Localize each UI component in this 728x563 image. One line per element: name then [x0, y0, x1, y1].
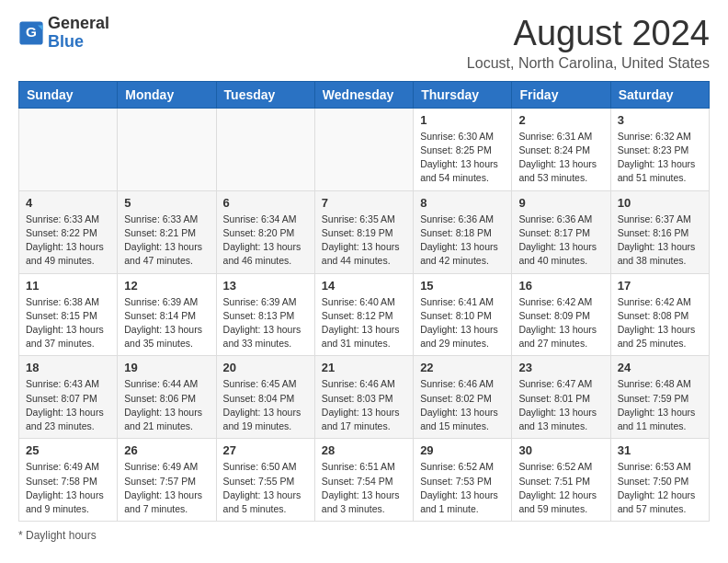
calendar-cell: [118, 108, 216, 190]
day-info: Sunrise: 6:33 AM Sunset: 8:22 PM Dayligh…: [26, 213, 110, 269]
day-info: Sunrise: 6:47 AM Sunset: 8:01 PM Dayligh…: [518, 377, 603, 433]
day-info: Sunrise: 6:37 AM Sunset: 8:16 PM Dayligh…: [618, 213, 702, 269]
calendar-cell: [314, 108, 413, 190]
day-info: Sunrise: 6:49 AM Sunset: 7:58 PM Dayligh…: [26, 460, 110, 516]
weekday-header-sunday: Sunday: [19, 81, 118, 108]
calendar-cell: 7Sunrise: 6:35 AM Sunset: 8:19 PM Daylig…: [314, 190, 413, 273]
logo: G General Blue: [18, 15, 109, 52]
calendar-cell: 10Sunrise: 6:37 AM Sunset: 8:16 PM Dayli…: [610, 190, 709, 273]
day-info: Sunrise: 6:52 AM Sunset: 7:53 PM Dayligh…: [420, 460, 505, 516]
svg-text:G: G: [26, 24, 37, 40]
day-number: 16: [518, 279, 603, 293]
day-info: Sunrise: 6:51 AM Sunset: 7:54 PM Dayligh…: [322, 460, 406, 516]
calendar-cell: 20Sunrise: 6:45 AM Sunset: 8:04 PM Dayli…: [216, 356, 314, 439]
footer-note: * Daylight hours: [18, 529, 710, 542]
calendar-cell: 25Sunrise: 6:49 AM Sunset: 7:58 PM Dayli…: [19, 439, 118, 522]
calendar-cell: [19, 108, 118, 190]
day-number: 25: [26, 443, 110, 457]
day-info: Sunrise: 6:41 AM Sunset: 8:10 PM Dayligh…: [420, 295, 505, 351]
day-info: Sunrise: 6:42 AM Sunset: 8:08 PM Dayligh…: [618, 295, 702, 351]
calendar-cell: 9Sunrise: 6:36 AM Sunset: 8:17 PM Daylig…: [512, 190, 610, 273]
day-number: 27: [223, 443, 308, 457]
day-number: 29: [420, 443, 505, 457]
header: G General Blue August 2024 Locust, North…: [18, 15, 710, 72]
day-number: 30: [518, 443, 603, 457]
day-number: 8: [420, 196, 505, 210]
day-number: 31: [618, 443, 702, 457]
calendar-week-row: 1Sunrise: 6:30 AM Sunset: 8:25 PM Daylig…: [19, 108, 710, 190]
calendar-table: SundayMondayTuesdayWednesdayThursdayFrid…: [18, 81, 710, 522]
calendar-cell: 19Sunrise: 6:44 AM Sunset: 8:06 PM Dayli…: [118, 356, 216, 439]
day-number: 21: [322, 361, 406, 374]
day-number: 13: [223, 279, 308, 293]
calendar-cell: 27Sunrise: 6:50 AM Sunset: 7:55 PM Dayli…: [216, 439, 314, 522]
calendar-cell: 6Sunrise: 6:34 AM Sunset: 8:20 PM Daylig…: [216, 190, 314, 273]
calendar-cell: 13Sunrise: 6:39 AM Sunset: 8:13 PM Dayli…: [216, 273, 314, 356]
day-number: 10: [618, 196, 702, 210]
logo-icon: G: [18, 20, 44, 46]
calendar-cell: 28Sunrise: 6:51 AM Sunset: 7:54 PM Dayli…: [314, 439, 413, 522]
calendar-cell: [216, 108, 314, 190]
calendar-cell: 23Sunrise: 6:47 AM Sunset: 8:01 PM Dayli…: [512, 356, 610, 439]
daylight-label: Daylight hours: [26, 529, 97, 542]
logo-general-text: General: [48, 14, 109, 32]
day-number: 1: [420, 113, 505, 127]
day-number: 18: [26, 361, 110, 374]
day-info: Sunrise: 6:31 AM Sunset: 8:24 PM Dayligh…: [518, 130, 603, 186]
day-info: Sunrise: 6:48 AM Sunset: 7:59 PM Dayligh…: [618, 377, 702, 433]
day-number: 22: [420, 361, 505, 374]
day-info: Sunrise: 6:50 AM Sunset: 7:55 PM Dayligh…: [223, 460, 308, 516]
day-info: Sunrise: 6:36 AM Sunset: 8:17 PM Dayligh…: [518, 213, 603, 269]
day-number: 24: [618, 361, 702, 374]
calendar-cell: 8Sunrise: 6:36 AM Sunset: 8:18 PM Daylig…: [414, 190, 512, 273]
calendar-cell: 4Sunrise: 6:33 AM Sunset: 8:22 PM Daylig…: [19, 190, 118, 273]
day-number: 5: [124, 196, 209, 210]
calendar-cell: 21Sunrise: 6:46 AM Sunset: 8:03 PM Dayli…: [314, 356, 413, 439]
day-info: Sunrise: 6:42 AM Sunset: 8:09 PM Dayligh…: [518, 295, 603, 351]
calendar-cell: 2Sunrise: 6:31 AM Sunset: 8:24 PM Daylig…: [512, 108, 610, 190]
day-number: 9: [518, 196, 603, 210]
calendar-cell: 24Sunrise: 6:48 AM Sunset: 7:59 PM Dayli…: [610, 356, 709, 439]
day-number: 11: [26, 279, 110, 293]
weekday-header-friday: Friday: [512, 81, 610, 108]
day-number: 15: [420, 279, 505, 293]
day-info: Sunrise: 6:39 AM Sunset: 8:14 PM Dayligh…: [124, 295, 209, 351]
day-info: Sunrise: 6:38 AM Sunset: 8:15 PM Dayligh…: [26, 295, 110, 351]
day-number: 12: [124, 279, 209, 293]
calendar-cell: 1Sunrise: 6:30 AM Sunset: 8:25 PM Daylig…: [414, 108, 512, 190]
calendar-title: August 2024: [467, 15, 710, 53]
day-number: 23: [518, 361, 603, 374]
calendar-subtitle: Locust, North Carolina, United States: [467, 55, 710, 72]
calendar-cell: 16Sunrise: 6:42 AM Sunset: 8:09 PM Dayli…: [512, 273, 610, 356]
day-info: Sunrise: 6:44 AM Sunset: 8:06 PM Dayligh…: [124, 377, 209, 433]
weekday-header-saturday: Saturday: [610, 81, 709, 108]
day-info: Sunrise: 6:40 AM Sunset: 8:12 PM Dayligh…: [322, 295, 406, 351]
day-info: Sunrise: 6:53 AM Sunset: 7:50 PM Dayligh…: [618, 460, 702, 516]
day-number: 14: [322, 279, 406, 293]
weekday-header-row: SundayMondayTuesdayWednesdayThursdayFrid…: [19, 81, 710, 108]
calendar-cell: 15Sunrise: 6:41 AM Sunset: 8:10 PM Dayli…: [414, 273, 512, 356]
day-number: 19: [124, 361, 209, 374]
day-number: 7: [322, 196, 406, 210]
day-info: Sunrise: 6:33 AM Sunset: 8:21 PM Dayligh…: [124, 213, 209, 269]
calendar-cell: 30Sunrise: 6:52 AM Sunset: 7:51 PM Dayli…: [512, 439, 610, 522]
day-info: Sunrise: 6:52 AM Sunset: 7:51 PM Dayligh…: [518, 460, 603, 516]
calendar-cell: 3Sunrise: 6:32 AM Sunset: 8:23 PM Daylig…: [610, 108, 709, 190]
calendar-cell: 29Sunrise: 6:52 AM Sunset: 7:53 PM Dayli…: [414, 439, 512, 522]
day-info: Sunrise: 6:35 AM Sunset: 8:19 PM Dayligh…: [322, 213, 406, 269]
day-number: 20: [223, 361, 308, 374]
day-info: Sunrise: 6:46 AM Sunset: 8:03 PM Dayligh…: [322, 377, 406, 433]
calendar-cell: 12Sunrise: 6:39 AM Sunset: 8:14 PM Dayli…: [118, 273, 216, 356]
calendar-cell: 11Sunrise: 6:38 AM Sunset: 8:15 PM Dayli…: [19, 273, 118, 356]
day-number: 6: [223, 196, 308, 210]
day-info: Sunrise: 6:32 AM Sunset: 8:23 PM Dayligh…: [618, 130, 702, 186]
calendar-cell: 18Sunrise: 6:43 AM Sunset: 8:07 PM Dayli…: [19, 356, 118, 439]
calendar-week-row: 25Sunrise: 6:49 AM Sunset: 7:58 PM Dayli…: [19, 439, 710, 522]
day-info: Sunrise: 6:46 AM Sunset: 8:02 PM Dayligh…: [420, 377, 505, 433]
day-info: Sunrise: 6:34 AM Sunset: 8:20 PM Dayligh…: [223, 213, 308, 269]
day-number: 3: [618, 113, 702, 127]
weekday-header-wednesday: Wednesday: [314, 81, 413, 108]
day-info: Sunrise: 6:45 AM Sunset: 8:04 PM Dayligh…: [223, 377, 308, 433]
day-number: 28: [322, 443, 406, 457]
calendar-cell: 26Sunrise: 6:49 AM Sunset: 7:57 PM Dayli…: [118, 439, 216, 522]
